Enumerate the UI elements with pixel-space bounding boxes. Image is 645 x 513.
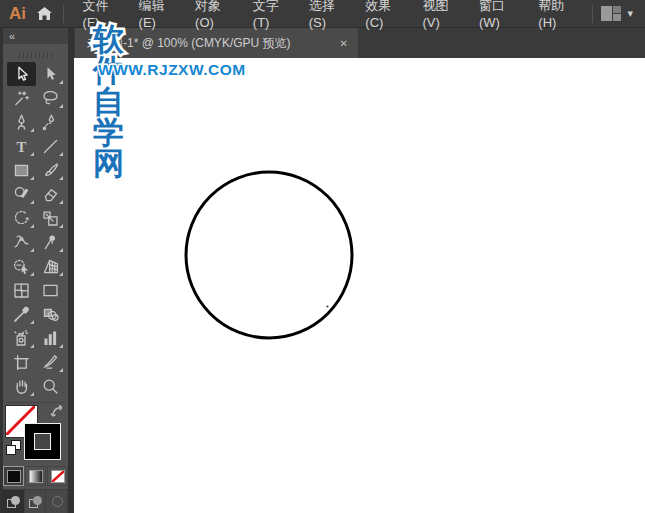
line-segment-tool[interactable] [36,134,65,158]
menubar-separator [592,5,593,23]
color-button[interactable] [3,466,24,486]
menu-effect[interactable]: 效果(C) [354,0,411,27]
stroke-swatch-black[interactable] [24,423,61,460]
slice-tool[interactable] [36,350,65,374]
zoom-tool[interactable] [36,374,65,398]
document-tab[interactable]: 未标题-1* @ 100% (CMYK/GPU 预览) ✕ [75,28,358,58]
symbol-sprayer-tool[interactable] [7,326,36,350]
scale-tool[interactable] [36,206,65,230]
pen-tool[interactable] [7,110,36,134]
artboard-tool[interactable] [7,350,36,374]
close-tab-icon[interactable]: ✕ [338,36,350,51]
type-tool[interactable]: T [7,134,36,158]
tools-grid: T [3,62,68,398]
workspace-switcher-icon[interactable] [601,6,621,21]
draw-behind-button[interactable] [25,490,47,513]
drawing-mode-buttons [3,489,68,513]
fill-stroke-swatches [3,403,68,463]
home-icon[interactable] [34,4,55,24]
artboard-canvas[interactable] [74,58,645,513]
menu-help[interactable]: 帮助(H) [527,0,584,27]
panel-grip-handle[interactable] [19,53,53,58]
color-mode-buttons [3,466,68,486]
swap-fill-stroke-icon[interactable] [50,404,66,420]
cut-anchor-dot [326,305,328,307]
menu-type[interactable]: 文字(T) [242,0,298,27]
illustrator-logo: Ai [0,4,34,24]
magic-wand-tool[interactable] [7,86,36,110]
rectangle-tool[interactable] [7,158,36,182]
stroke-swatch-hole [34,433,51,450]
menu-select[interactable]: 选择(S) [298,0,355,27]
eyedropper-tool[interactable] [7,302,36,326]
menu-view[interactable]: 视图(V) [411,0,468,27]
perspective-grid-tool[interactable] [36,254,65,278]
document-tab-bar: 未标题-1* @ 100% (CMYK/GPU 预览) ✕ [74,28,645,58]
default-fill-stroke-icon[interactable] [6,440,22,456]
tools-panel: « T [3,28,68,513]
drawn-circle [186,172,352,338]
menubar-separator [63,5,64,23]
curvature-tool[interactable] [36,110,65,134]
menu-edit[interactable]: 编辑(E) [128,0,185,27]
selection-tool[interactable] [7,62,36,86]
menu-window[interactable]: 窗口(W) [468,0,527,27]
main-menu: 文件(F) 编辑(E) 对象(O) 文字(T) 选择(S) 效果(C) 视图(V… [72,0,585,27]
shape-builder-tool[interactable] [7,254,36,278]
canvas-drawing [74,58,645,513]
gradient-button[interactable] [25,466,46,486]
menu-bar: Ai 文件(F) 编辑(E) 对象(O) 文字(T) 选择(S) 效果(C) 视… [0,0,645,28]
menu-file[interactable]: 文件(F) [72,0,128,27]
svg-text:T: T [16,138,26,154]
draw-inside-button[interactable] [46,490,68,513]
menu-object[interactable]: 对象(O) [184,0,242,27]
blend-tool[interactable] [36,302,65,326]
draw-normal-button[interactable] [3,490,25,513]
direct-selection-tool[interactable] [36,62,65,86]
eraser-tool[interactable] [36,182,65,206]
tools-panel-header[interactable]: « [3,28,68,44]
hand-tool[interactable] [7,374,36,398]
shaper-tool[interactable] [7,182,36,206]
rotate-tool[interactable] [7,206,36,230]
column-graph-tool[interactable] [36,326,65,350]
document-tab-title: 未标题-1* @ 100% (CMYK/GPU 预览) [87,35,332,52]
paintbrush-tool[interactable] [36,158,65,182]
lasso-tool[interactable] [36,86,65,110]
mesh-tool[interactable] [7,278,36,302]
chevron-down-icon[interactable]: ▾ [627,7,633,20]
puppet-warp-tool[interactable] [36,230,65,254]
scissors-cut-notch [319,307,325,312]
collapse-panel-icon[interactable]: « [3,30,14,42]
tool-column: « T [0,28,74,513]
gradient-tool[interactable] [36,278,65,302]
width-tool[interactable] [7,230,36,254]
none-button[interactable] [47,466,68,486]
